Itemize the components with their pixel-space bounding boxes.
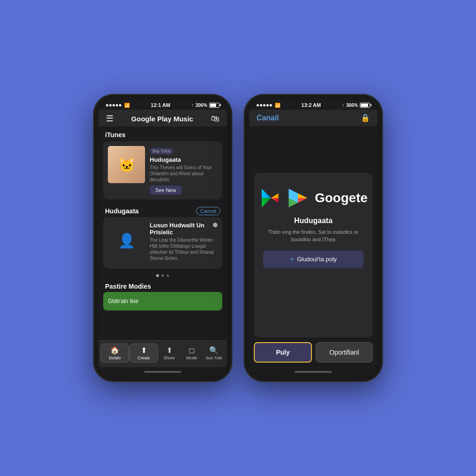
section-pastire-label: Pastire Modies xyxy=(99,279,227,292)
creats-icon: ⬆ xyxy=(141,346,147,355)
card-desc-1: This Theves will Goinc of Your Ohlantirn… xyxy=(150,165,218,183)
tab-shore[interactable]: ⬆ Shore xyxy=(158,346,180,360)
shore-icon: ⬆ xyxy=(166,346,172,355)
phone-2-screen: 📶 13:2 AM ↑ 366% Canail 🔒 xyxy=(249,99,377,377)
canail-label[interactable]: Canail xyxy=(257,114,279,122)
play-icon-svg xyxy=(259,187,281,209)
home-bar-2 xyxy=(295,371,332,373)
tab-mcxle[interactable]: ◻ Mcxle xyxy=(180,346,203,360)
phone-1: 📶 12:1 AM ↑ 306% ☰ Google Play Music 🛍 i… xyxy=(93,94,232,382)
nav-bar-1: ☰ Google Play Music 🛍 xyxy=(99,110,227,126)
dialog-bottom-buttons: Puly Oportifianl xyxy=(249,342,377,367)
dot-3 xyxy=(166,274,169,277)
search-icon: 🔍 xyxy=(209,346,218,355)
card-badge-1: Bay Toloy xyxy=(150,148,173,154)
home-icon: 🏠 xyxy=(110,346,119,355)
phone-2: 📶 13:2 AM ↑ 366% Canail 🔒 xyxy=(244,94,383,382)
dialog-desc: Thiito ving the finden, Sat to exiludlcs… xyxy=(263,229,364,243)
arrow-up-icon-2: ↑ xyxy=(342,103,344,108)
see-new-button[interactable]: See New xyxy=(150,185,182,195)
battery-icon-2 xyxy=(360,103,370,108)
app-title-1: Google Play Music xyxy=(131,115,193,123)
svg-marker-4 xyxy=(298,193,307,198)
card-hudugaata: 👤 Lusun Hudwailt Un Prisielic The Lear t… xyxy=(103,217,222,269)
home-indicator-2 xyxy=(249,367,377,377)
play-button[interactable]: Puly xyxy=(254,342,312,363)
play-store-logo: Googete xyxy=(259,187,368,209)
status-time-2: 13:2 AM xyxy=(301,102,321,108)
tab-mcxle-label: Mcxle xyxy=(186,356,197,360)
section-hudugaata-header: Hudugaata Cancel xyxy=(99,203,227,217)
mcxle-icon: ◻ xyxy=(189,346,195,355)
svg-marker-5 xyxy=(298,198,307,203)
battery-icon-1 xyxy=(209,103,219,108)
card-thumb-itunes xyxy=(108,146,145,183)
tab-shore-label: Shore xyxy=(164,356,175,360)
mini-card-label: Gldb'aln Ikie xyxy=(108,298,139,304)
tab-dolalo-label: Dolalo xyxy=(109,356,121,360)
dialog-title: Hudugaata xyxy=(294,217,333,225)
person-artwork: 👤 xyxy=(108,222,145,259)
scroll-content-1: iTunes Bay Toloy Hudugaata This Theves w… xyxy=(99,126,227,340)
battery-pct-1: 306% xyxy=(195,103,207,108)
card-content-person: Lusun Hudwailt Un Prisielic The Lear the… xyxy=(150,222,218,264)
section-itunes-label: iTunes xyxy=(99,126,227,141)
arrow-up-icon: ↑ xyxy=(191,103,193,108)
nav-bar-2: Canail 🔒 xyxy=(249,110,377,126)
status-bar-2: 📶 13:2 AM ↑ 366% xyxy=(249,99,377,110)
cancel-badge[interactable]: Cancel xyxy=(196,207,220,215)
tab-creats-label: Creats xyxy=(138,356,150,360)
hamburger-icon[interactable]: ☰ xyxy=(106,113,113,124)
options-button[interactable]: Oportifianl xyxy=(316,342,373,363)
tab-dolalo[interactable]: 🏠 Dolalo xyxy=(100,344,129,363)
play-triangle-colored xyxy=(287,187,309,209)
play-store-dialog: Googete Hudugaata Thiito ving the finden… xyxy=(254,173,373,337)
spacer-bg xyxy=(249,126,377,168)
tab-suo-tule-label: Suo Tule xyxy=(205,356,222,360)
status-time-1: 12:1 AM xyxy=(151,102,170,108)
plus-icon: + xyxy=(290,255,294,264)
phone-1-screen: 📶 12:1 AM ↑ 306% ☰ Google Play Music 🛍 i… xyxy=(99,99,227,377)
google-text: Googete xyxy=(315,191,368,205)
section-hudugaata-label: Hudugaata xyxy=(105,207,139,215)
card-thumb-person: 👤 xyxy=(108,222,145,259)
battery-pct-2: 366% xyxy=(346,103,358,108)
dot-indicator xyxy=(213,223,218,227)
card-itunes: Bay Toloy Hudugaata This Theves will Goi… xyxy=(103,141,222,199)
card-title-2: Lusun Hudwailt Un Prisielic xyxy=(150,222,213,236)
mini-card: Gldb'aln Ikie xyxy=(103,292,222,311)
dot-2 xyxy=(161,274,164,277)
card-content-itunes: Bay Toloy Hudugaata This Theves will Goi… xyxy=(150,146,218,195)
tab-creats[interactable]: ⬆ Creats xyxy=(129,344,158,363)
home-bar-1 xyxy=(144,371,181,373)
add-btn-label: Gludoul'ta poly xyxy=(297,256,337,263)
dot-1 xyxy=(156,274,159,277)
card-desc-2: The Lear the Dilanerthe Winter Hiilt Int… xyxy=(150,237,218,261)
status-bar-1: 📶 12:1 AM ↑ 306% xyxy=(99,99,227,110)
tab-suo-tule[interactable]: 🔍 Suo Tule xyxy=(203,346,225,360)
bag-icon[interactable]: 🛍 xyxy=(211,114,219,124)
tab-bar-1: 🏠 Dolalo ⬆ Creats ⬆ Shore ◻ Mcxle 🔍 Suo … xyxy=(99,340,227,367)
wifi-icon-2: 📶 xyxy=(275,103,280,108)
wifi-icon: 📶 xyxy=(124,103,130,108)
dot-indicators xyxy=(99,272,227,279)
cat-artwork xyxy=(108,146,145,183)
add-gludoul-button[interactable]: + Gludoul'ta poly xyxy=(263,251,364,268)
home-indicator-1 xyxy=(99,367,227,377)
lock-icon: 🔒 xyxy=(361,113,370,122)
card-title-1: Hudugaata xyxy=(150,156,218,163)
